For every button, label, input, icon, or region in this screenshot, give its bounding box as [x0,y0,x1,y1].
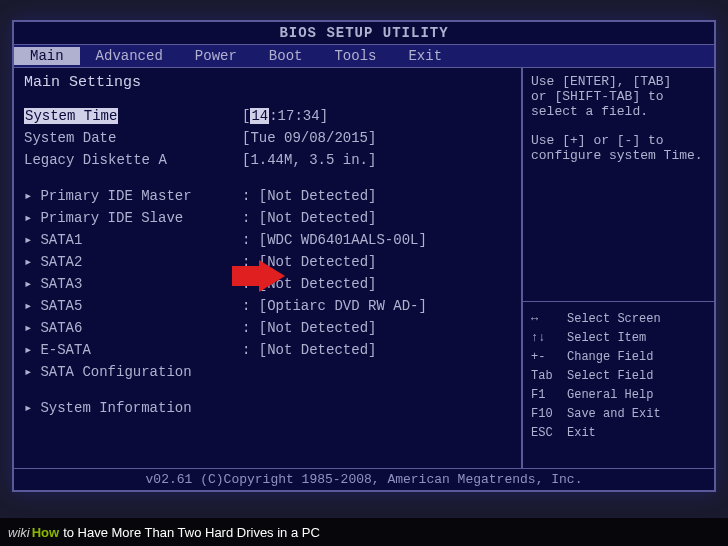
value-system-date: [Tue 09/08/2015] [242,127,376,149]
row-sata5[interactable]: ▸ SATA5 : [Optiarc DVD RW AD-] [24,295,511,317]
bios-title: BIOS SETUP UTILITY [14,22,714,44]
row-esata[interactable]: ▸ E-SATA : [Not Detected] [24,339,511,361]
value-ide-slave: [Not Detected] [259,210,377,226]
value-diskette: [1.44M, 3.5 in.] [242,149,376,171]
triangle-icon: ▸ [24,185,32,207]
caption-bar: wikiHow to Have More Than Two Hard Drive… [0,518,728,546]
value-sata6: [Not Detected] [259,320,377,336]
menu-advanced[interactable]: Advanced [80,47,179,65]
label-esata: E-SATA [40,342,90,358]
help-divider [523,301,714,302]
helpkey-change-field: +-Change Field [531,348,706,367]
triangle-icon: ▸ [24,397,32,419]
main-panel: Main Settings System Time [14:17:34] Sys… [14,68,523,468]
menu-main[interactable]: Main [14,47,80,65]
content-area: Main Settings System Time [14:17:34] Sys… [14,68,714,468]
help-panel: Use [ENTER], [TAB] or [SHIFT-TAB] to sel… [523,68,714,468]
label-ide-slave: Primary IDE Slave [40,210,183,226]
label-system-time: System Time [24,108,118,124]
row-system-time[interactable]: System Time [14:17:34] [24,105,511,127]
triangle-icon: ▸ [24,361,32,383]
bios-screen: BIOS SETUP UTILITY Main Advanced Power B… [12,20,716,492]
label-system-date: System Date [24,127,242,149]
triangle-icon: ▸ [24,207,32,229]
helpkey-exit: ESCExit [531,424,706,443]
menu-exit[interactable]: Exit [392,47,458,65]
label-ide-master: Primary IDE Master [40,188,191,204]
triangle-icon: ▸ [24,273,32,295]
help-text-1: or [SHIFT-TAB] to [531,89,706,104]
row-system-date[interactable]: System Date [Tue 09/08/2015] [24,127,511,149]
triangle-icon: ▸ [24,295,32,317]
value-esata: [Not Detected] [259,342,377,358]
row-sata1[interactable]: ▸ SATA1 : [WDC WD6401AALS-00L] [24,229,511,251]
helpkey-select-field: TabSelect Field [531,367,706,386]
menu-boot[interactable]: Boot [253,47,319,65]
help-text-4: Use [+] or [-] to [531,133,706,148]
help-text-2: select a field. [531,104,706,119]
label-sata5: SATA5 [40,298,82,314]
helpkey-select-screen: ↔Select Screen [531,310,706,329]
row-diskette[interactable]: Legacy Diskette A [1.44M, 3.5 in.] [24,149,511,171]
label-diskette: Legacy Diskette A [24,149,242,171]
triangle-icon: ▸ [24,251,32,273]
row-ide-slave[interactable]: ▸ Primary IDE Slave : [Not Detected] [24,207,511,229]
value-ide-master: [Not Detected] [259,188,377,204]
label-sata1: SATA1 [40,232,82,248]
arrow-annotation-icon [259,260,285,292]
menu-power[interactable]: Power [179,47,253,65]
label-sata3: SATA3 [40,276,82,292]
menu-bar: Main Advanced Power Boot Tools Exit [14,44,714,68]
section-title: Main Settings [24,74,511,91]
value-sata1: [WDC WD6401AALS-00L] [259,232,427,248]
value-system-time: [14:17:34] [242,105,328,127]
helpkey-select-item: ↑↓Select Item [531,329,706,348]
row-ide-master[interactable]: ▸ Primary IDE Master : [Not Detected] [24,185,511,207]
help-text-5: configure system Time. [531,148,706,163]
caption-text: to Have More Than Two Hard Drives in a P… [63,525,320,540]
label-sata-config: SATA Configuration [40,364,191,380]
label-sata2: SATA2 [40,254,82,270]
wikihow-logo-wiki: wiki [8,525,30,540]
wikihow-logo-how: How [32,525,59,540]
menu-tools[interactable]: Tools [318,47,392,65]
helpkey-general-help: F1General Help [531,386,706,405]
label-sata6: SATA6 [40,320,82,336]
row-sata6[interactable]: ▸ SATA6 : [Not Detected] [24,317,511,339]
bios-footer: v02.61 (C)Copyright 1985-2008, American … [14,468,714,490]
help-text-0: Use [ENTER], [TAB] [531,74,706,89]
value-sata5: [Optiarc DVD RW AD-] [259,298,427,314]
triangle-icon: ▸ [24,339,32,361]
label-sysinfo: System Information [40,400,191,416]
arrow-annotation-icon [232,266,262,286]
triangle-icon: ▸ [24,229,32,251]
row-sata-config[interactable]: ▸ SATA Configuration [24,361,511,383]
helpkey-save-exit: F10Save and Exit [531,405,706,424]
row-sysinfo[interactable]: ▸ System Information [24,397,511,419]
triangle-icon: ▸ [24,317,32,339]
